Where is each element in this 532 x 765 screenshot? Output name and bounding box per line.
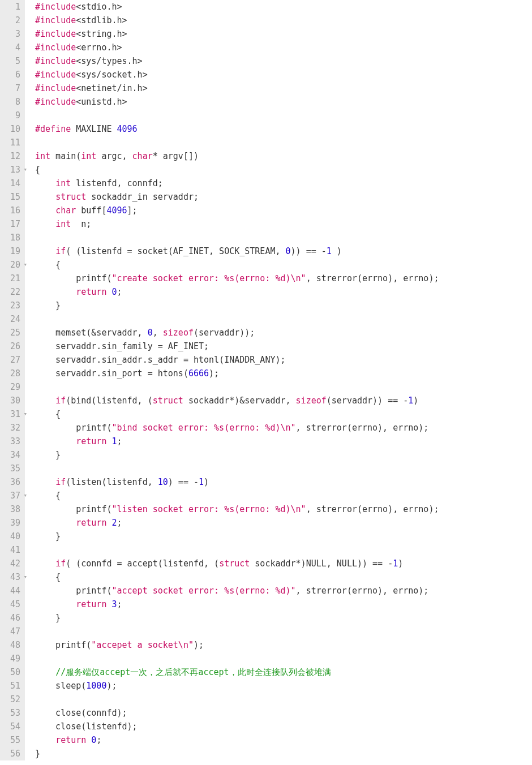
code-line: //服务端仅accept一次，之后就不再accept，此时全连接队列会被堆满 — [35, 665, 532, 679]
code-line: return 0; — [35, 733, 532, 747]
code-token — [35, 246, 55, 256]
code-token: sockaddr*)NULL, NULL)) == - — [250, 558, 393, 569]
code-line — [35, 380, 532, 394]
code-token: } — [35, 300, 61, 311]
line-number: 54 — [3, 720, 20, 733]
code-token: (servaddr)); — [194, 328, 255, 338]
code-token: int — [35, 151, 50, 161]
line-number: 8 — [3, 95, 20, 109]
line-number: 33 — [3, 435, 20, 448]
code-token: struct — [55, 192, 86, 202]
code-token: 1 — [199, 477, 204, 487]
code-token — [35, 192, 55, 202]
code-token: ; — [117, 287, 122, 297]
line-number: 55 — [3, 733, 20, 747]
line-number: 18 — [3, 231, 20, 244]
code-token: #include — [35, 42, 76, 53]
code-line: #include<errno.h> — [35, 41, 532, 54]
code-token: ) — [413, 396, 418, 406]
code-token — [35, 178, 55, 188]
code-line: int listenfd, connfd; — [35, 177, 532, 190]
code-line: } — [35, 747, 532, 760]
code-token: <sys/types.h> — [76, 56, 142, 66]
code-token: ); — [194, 640, 204, 650]
code-line: if(bind(listenfd, (struct sockaddr*)&ser… — [35, 394, 532, 407]
code-token: printf( — [35, 504, 111, 514]
code-token: printf( — [35, 423, 111, 433]
code-line: if( (connfd = accept(listenfd, (struct s… — [35, 557, 532, 570]
code-token: int — [55, 178, 71, 188]
line-number: 32 — [3, 421, 20, 435]
code-token: "accepet a socket\n" — [91, 640, 194, 650]
code-line: printf("create socket error: %s(errno: %… — [35, 272, 532, 285]
code-token: "bind socket error: %s(errno: %d)\n" — [111, 423, 295, 433]
code-token: "listen socket error: %s(errno: %d)\n" — [111, 504, 306, 514]
code-line: #include<stdio.h> — [35, 0, 532, 14]
code-line — [35, 231, 532, 244]
code-editor: 1234567891011121314151617181920212223242… — [0, 0, 532, 760]
code-token — [35, 518, 76, 528]
code-line: sleep(1000); — [35, 679, 532, 693]
code-line: #include<stdlib.h> — [35, 14, 532, 27]
code-token: <string.h> — [76, 29, 127, 39]
line-number: 12 — [3, 149, 20, 163]
code-token: ) — [332, 246, 342, 256]
code-token — [35, 287, 76, 297]
code-token — [35, 396, 55, 406]
code-token: close(listenfd); — [35, 721, 138, 732]
code-token: if — [55, 558, 66, 569]
line-number: 51 — [3, 679, 20, 693]
code-token — [35, 599, 76, 609]
code-token — [35, 436, 76, 446]
line-number: 30 — [3, 394, 20, 407]
code-token — [35, 205, 55, 216]
code-token: 0 — [111, 287, 117, 297]
code-token: 2 — [111, 518, 117, 528]
line-number: 52 — [3, 693, 20, 706]
code-token: struct — [219, 558, 250, 569]
code-token: printf( — [35, 273, 111, 283]
code-token: } — [35, 613, 61, 623]
code-token: ; — [117, 436, 122, 446]
code-line — [35, 543, 532, 557]
code-token: return — [55, 735, 86, 745]
line-number: 36 — [3, 475, 20, 489]
line-number: 44 — [3, 584, 20, 598]
code-token: argc, — [96, 151, 132, 161]
code-line: return 1; — [35, 435, 532, 448]
line-number: 4 — [3, 41, 20, 54]
code-token: sockaddr_in servaddr; — [86, 192, 199, 202]
code-token: )) == - — [291, 246, 327, 256]
code-token: ) — [398, 558, 403, 569]
line-number: 40 — [3, 530, 20, 543]
code-token: (bind(listenfd, ( — [66, 396, 153, 406]
code-token: #include — [35, 83, 76, 93]
code-line — [35, 625, 532, 638]
code-token: 0 — [148, 328, 153, 338]
code-token: { — [35, 409, 61, 419]
code-token: sizeof — [163, 328, 194, 338]
line-number: 22 — [3, 285, 20, 299]
code-line: } — [35, 448, 532, 462]
code-token: return — [76, 599, 106, 609]
code-token: 10 — [158, 477, 168, 487]
code-token: (listen(listenfd, — [66, 477, 158, 487]
code-token: { — [35, 260, 61, 270]
code-token: sleep( — [35, 681, 86, 691]
code-line — [35, 462, 532, 475]
code-line: printf("accepet a socket\n"); — [35, 638, 532, 652]
line-number: 47 — [3, 625, 20, 638]
line-number: 39 — [3, 516, 20, 530]
code-token — [35, 219, 55, 229]
code-token: printf( — [35, 640, 91, 650]
code-line: } — [35, 299, 532, 312]
code-line: struct sockaddr_in servaddr; — [35, 190, 532, 204]
code-token: servaddr.sin_addr.s_addr = htonl(INADDR_… — [35, 355, 286, 365]
code-token: struct — [153, 396, 183, 406]
code-token: int — [81, 151, 96, 161]
code-token: if — [55, 396, 66, 406]
code-token: MAXLINE — [71, 124, 117, 134]
code-token: , strerror(errno), errno); — [306, 504, 439, 514]
code-token — [86, 735, 91, 745]
line-number: 27 — [3, 353, 20, 367]
